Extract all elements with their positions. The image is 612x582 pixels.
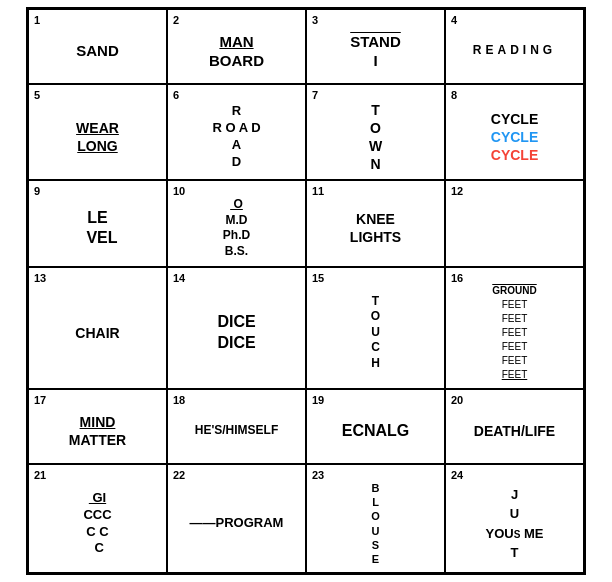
cell-19: 19 ECNALG — [306, 389, 445, 464]
cell-9: 9 LE VEL — [28, 180, 167, 266]
cell-18: 18 HE'S/HIMSELF — [167, 389, 306, 464]
cell-5: 5 WEAR LONG — [28, 84, 167, 181]
cell-4: 4 READING — [445, 9, 584, 84]
puzzle-grid: 1 SAND 2 MANBOARD 3 STANDI 4 READING 5 W… — [26, 7, 586, 576]
cell-20: 20 DEATH/LIFE — [445, 389, 584, 464]
cell-10: 10 O M.DPh.DB.S. — [167, 180, 306, 266]
cell-8: 8 CYCLE CYCLE CYCLE — [445, 84, 584, 181]
cell-16: 16 GROUND FEET FEET FEET FEET FEET FEET — [445, 267, 584, 389]
cell-13: 13 CHAIR — [28, 267, 167, 389]
cell-2: 2 MANBOARD — [167, 9, 306, 84]
cell-17: 17 MIND MATTER — [28, 389, 167, 464]
cell-1: 1 SAND — [28, 9, 167, 84]
cell-22: 22 ——PROGRAM — [167, 464, 306, 574]
cell-6: 6 RR O A DAD — [167, 84, 306, 181]
cell-7: 7 TOWN — [306, 84, 445, 181]
cell-21: 21 GI CCCC C C — [28, 464, 167, 574]
cell-3: 3 STANDI — [306, 9, 445, 84]
cell-14: 14 DICEDICE — [167, 267, 306, 389]
cell-11: 11 KNEELIGHTS — [306, 180, 445, 266]
cell-12: 12 — [445, 180, 584, 266]
cell-15: 15 TOUCH — [306, 267, 445, 389]
cell-23: 23 BLOUSE — [306, 464, 445, 574]
cell-24: 24 JU YOUS ME T — [445, 464, 584, 574]
